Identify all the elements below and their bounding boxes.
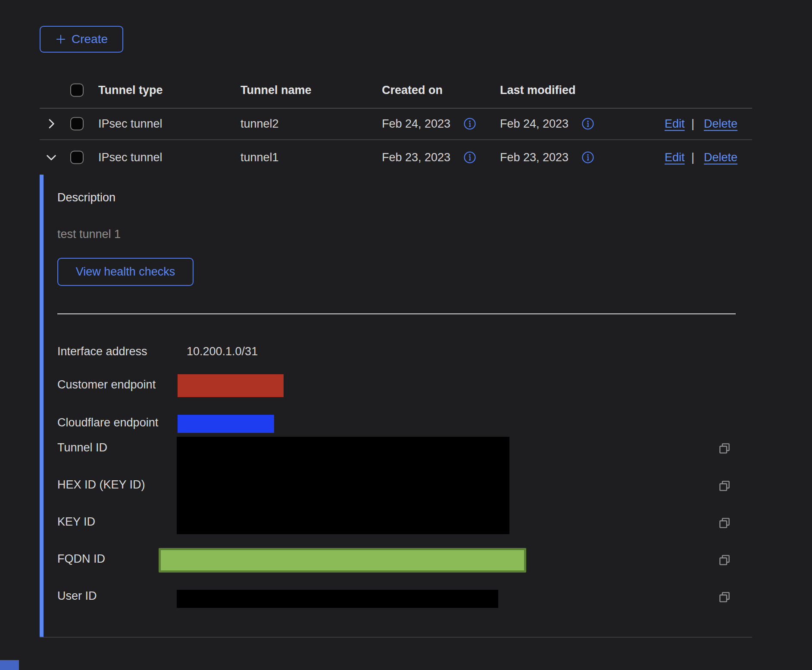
create-button[interactable]: Create — [40, 26, 123, 53]
info-icon[interactable] — [581, 117, 594, 130]
column-header-last-modified: Last modified — [500, 84, 576, 97]
user-id-redaction — [177, 590, 498, 608]
copy-icon[interactable] — [718, 442, 731, 455]
row-checkbox[interactable] — [70, 117, 84, 130]
plus-icon — [55, 34, 66, 45]
tunnel-name-cell: tunnel2 — [240, 117, 279, 130]
action-separator: | — [691, 151, 694, 164]
chevron-down-icon[interactable] — [44, 150, 58, 164]
tunnel-name-cell: tunnel1 — [240, 151, 279, 164]
fqdn-id-redaction — [159, 548, 526, 573]
info-icon[interactable] — [463, 151, 476, 164]
tunnel-type-cell: IPsec tunnel — [98, 151, 162, 164]
last-modified-cell: Feb 23, 2023 — [500, 151, 568, 164]
last-modified-cell: Feb 24, 2023 — [500, 117, 568, 130]
delete-link[interactable]: Delete — [704, 117, 737, 130]
row-checkbox[interactable] — [70, 151, 84, 164]
copy-icon[interactable] — [718, 591, 731, 604]
column-header-created-on: Created on — [382, 84, 443, 97]
ids-redaction-block — [177, 437, 509, 534]
tunnel-type-cell: IPsec tunnel — [98, 117, 162, 130]
key-id-label: KEY ID — [57, 515, 95, 529]
customer-endpoint-label: Customer endpoint — [57, 378, 156, 391]
edit-link[interactable]: Edit — [665, 151, 685, 164]
copy-icon[interactable] — [718, 517, 731, 529]
description-label: Description — [57, 191, 116, 204]
interface-address-value: 10.200.1.0/31 — [187, 345, 258, 358]
chevron-right-icon[interactable] — [44, 117, 58, 131]
interface-address-label: Interface address — [57, 345, 147, 358]
select-all-checkbox[interactable] — [70, 84, 84, 97]
view-health-checks-button[interactable]: View health checks — [57, 258, 194, 286]
table-header-row: Tunnel type Tunnel name Created on Last … — [40, 72, 752, 109]
description-value: test tunnel 1 — [57, 228, 121, 241]
table-row-tunnel2: IPsec tunnel tunnel2 Feb 24, 2023 Feb 24… — [40, 108, 752, 140]
table-row-tunnel1: IPsec tunnel tunnel1 Feb 23, 2023 Feb 23… — [40, 140, 752, 175]
cloudflare-endpoint-label: Cloudflare endpoint — [57, 416, 158, 429]
action-separator: | — [691, 117, 694, 130]
ipsec-tunnels-page: Create Tunnel type Tunnel name Created o… — [0, 0, 812, 670]
edit-link[interactable]: Edit — [665, 117, 685, 130]
column-header-tunnel-type: Tunnel type — [98, 84, 163, 97]
copy-icon[interactable] — [718, 554, 731, 567]
hex-id-label: HEX ID (KEY ID) — [57, 478, 145, 492]
created-on-cell: Feb 23, 2023 — [382, 151, 450, 164]
create-button-label: Create — [72, 32, 108, 46]
created-on-cell: Feb 24, 2023 — [382, 117, 450, 130]
table-bottom-border — [40, 637, 752, 638]
section-divider — [57, 313, 736, 314]
copy-icon[interactable] — [718, 479, 731, 492]
tunnel-id-label: Tunnel ID — [57, 441, 107, 454]
fqdn-id-label: FQDN ID — [57, 552, 105, 566]
cloudflare-endpoint-redaction — [178, 415, 274, 433]
column-header-tunnel-name: Tunnel name — [240, 84, 312, 97]
expanded-row-indicator-bar — [40, 175, 44, 637]
info-icon[interactable] — [463, 117, 476, 130]
bottom-left-accent — [0, 660, 19, 670]
user-id-label: User ID — [57, 589, 97, 603]
customer-endpoint-redaction — [178, 374, 284, 397]
delete-link[interactable]: Delete — [704, 151, 737, 164]
info-icon[interactable] — [581, 151, 594, 164]
